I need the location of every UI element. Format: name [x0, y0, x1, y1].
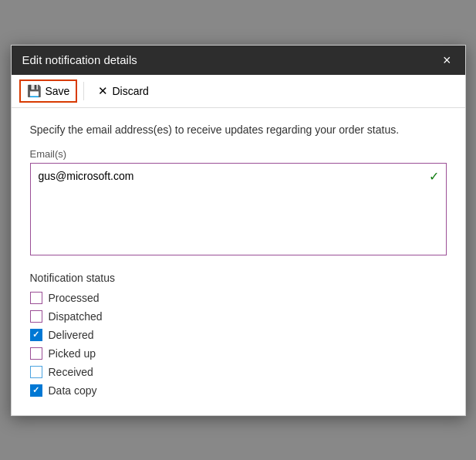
received-checkbox[interactable] — [30, 366, 42, 378]
discard-icon: ✕ — [98, 84, 108, 98]
notification-status-label: Notification status — [30, 272, 447, 284]
close-button[interactable]: × — [440, 53, 454, 67]
dialog-titlebar: Edit notification details × — [12, 46, 465, 75]
save-label: Save — [46, 85, 70, 97]
list-item[interactable]: Delivered — [30, 329, 447, 341]
picked-up-checkbox[interactable] — [30, 347, 42, 360]
email-field-wrapper: gus@microsoft.com ✓ — [30, 163, 447, 258]
notification-status-section: Notification status Processed Dispatched… — [30, 272, 447, 397]
data-copy-checkbox[interactable] — [30, 384, 42, 397]
list-item[interactable]: Processed — [30, 292, 447, 304]
received-label: Received — [49, 366, 93, 378]
list-item[interactable]: Picked up — [30, 347, 447, 360]
list-item[interactable]: Dispatched — [30, 310, 447, 323]
dispatched-label: Dispatched — [49, 310, 103, 323]
edit-notification-dialog: Edit notification details × 💾 Save ✕ Dis… — [11, 45, 466, 416]
discard-label: Discard — [112, 85, 148, 97]
save-button[interactable]: 💾 Save — [19, 79, 78, 103]
processed-checkbox[interactable] — [30, 292, 42, 304]
data-copy-label: Data copy — [49, 384, 97, 397]
email-textarea[interactable]: gus@microsoft.com — [30, 163, 447, 255]
dispatched-checkbox[interactable] — [30, 310, 42, 323]
dialog-body: Specify the email address(es) to receive… — [12, 108, 465, 415]
discard-button[interactable]: ✕ Discard — [90, 79, 156, 103]
save-icon: 💾 — [27, 84, 42, 98]
list-item[interactable]: Data copy — [30, 384, 447, 397]
delivered-label: Delivered — [49, 329, 94, 341]
description-text: Specify the email address(es) to receive… — [30, 123, 447, 136]
list-item[interactable]: Received — [30, 366, 447, 378]
checkbox-list: Processed Dispatched Delivered Picked up — [30, 292, 447, 397]
picked-up-label: Picked up — [49, 347, 96, 360]
dialog-title: Edit notification details — [22, 53, 137, 66]
toolbar: 💾 Save ✕ Discard — [12, 75, 465, 108]
toolbar-divider — [83, 82, 84, 100]
valid-checkmark-icon: ✓ — [429, 169, 439, 184]
delivered-checkbox[interactable] — [30, 329, 42, 341]
processed-label: Processed — [49, 292, 100, 304]
email-field-label: Email(s) — [30, 148, 447, 160]
